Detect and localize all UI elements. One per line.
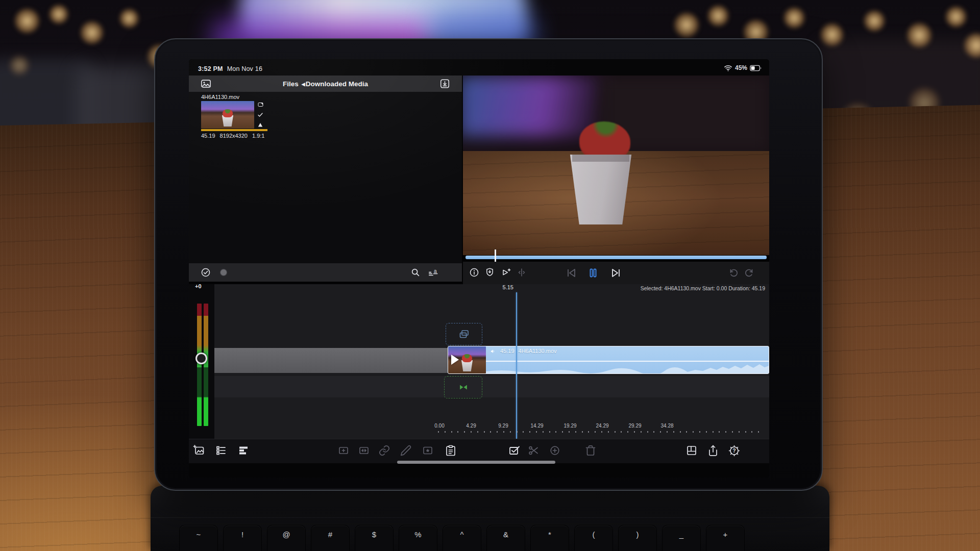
overlay-track-dropzone[interactable] <box>446 323 482 345</box>
ruler-label: 9.29 <box>498 423 508 429</box>
undo-icon[interactable] <box>727 267 739 278</box>
selection-info: Selected: 4H6A1130.mov Start: 0.00 Durat… <box>641 285 765 291</box>
library-panel: 4H6A1130.mov <box>189 92 462 263</box>
bokeh-light <box>48 4 69 24</box>
media-color-tag <box>201 129 267 131</box>
project-manager-icon[interactable] <box>685 444 698 457</box>
key-6[interactable]: ^ <box>443 525 481 551</box>
key-8[interactable]: * <box>531 525 569 551</box>
home-indicator[interactable] <box>397 461 555 464</box>
timeline-playhead[interactable] <box>516 292 517 439</box>
skip-to-start-icon[interactable] <box>565 267 577 279</box>
bokeh-light <box>14 8 40 34</box>
breadcrumb-source: Files <box>283 80 299 88</box>
add-transition-icon[interactable] <box>549 444 561 457</box>
bokeh-light <box>945 6 967 28</box>
help-settings-icon[interactable]: ? <box>728 444 741 457</box>
trim-playhead-icon[interactable] <box>516 267 527 278</box>
bokeh-light <box>783 7 805 29</box>
ruler-tick-dots <box>438 431 765 433</box>
clipboard-icon[interactable] <box>445 444 457 457</box>
effects-star-icon[interactable] <box>422 444 434 457</box>
key-3[interactable]: # <box>311 525 349 551</box>
clock: 3:52 PM <box>198 65 223 72</box>
battery-icon <box>750 65 762 71</box>
trash-icon[interactable] <box>584 444 597 457</box>
bokeh-light <box>906 22 933 48</box>
video-tone-overlay <box>463 76 769 255</box>
skip-to-end-icon[interactable] <box>610 267 622 279</box>
sort-icon[interactable]: a <box>427 267 439 278</box>
add-media-to-timeline-icon[interactable] <box>193 444 205 457</box>
overwrite-clip-icon[interactable] <box>358 444 370 457</box>
svg-text:a: a <box>434 268 437 274</box>
library-header: Files◀Downloaded Media <box>189 76 462 92</box>
bokeh-light <box>119 8 139 29</box>
key-7[interactable]: & <box>487 525 525 551</box>
status-time-date: 3:52 PMMon Nov 16 <box>198 65 262 72</box>
downloaded-checkmark-icon <box>257 112 264 118</box>
meter-bar-left <box>197 304 202 426</box>
audio-track-row[interactable] <box>214 376 769 397</box>
volume-fader-knob[interactable] <box>195 353 207 364</box>
clip-audio-waveform <box>486 361 769 373</box>
overlay-layers-icon <box>457 328 471 340</box>
scissors-split-icon[interactable] <box>527 444 540 457</box>
preview-scrubber[interactable] <box>465 255 767 260</box>
ruler-label: 34.28 <box>660 423 673 429</box>
library-breadcrumb[interactable]: Files◀Downloaded Media <box>189 80 462 88</box>
record-voiceover-icon[interactable] <box>218 267 229 278</box>
audio-track-dropzone[interactable] <box>444 376 482 398</box>
bokeh-light <box>707 5 729 27</box>
back-arrow-icon: ◀ <box>302 82 305 87</box>
scrubber-track[interactable] <box>465 256 767 259</box>
play-from-position-icon[interactable] <box>500 267 512 278</box>
ruler-label: 19.29 <box>564 423 576 429</box>
key-0[interactable]: ) <box>619 525 656 551</box>
track-layout-icon[interactable] <box>237 444 250 457</box>
date: Mon Nov 16 <box>227 65 262 72</box>
ruler-label: 14.29 <box>530 423 543 429</box>
key-5[interactable]: % <box>399 525 437 551</box>
key-1[interactable]: ! <box>224 525 261 551</box>
search-icon[interactable] <box>410 267 421 278</box>
pause-icon[interactable] <box>587 267 599 279</box>
meter-bar-right <box>204 304 208 426</box>
ruler-label: 0.00 <box>434 423 444 429</box>
share-export-icon[interactable] <box>707 444 719 457</box>
timeline-ruler[interactable]: 0.00 4.29 9.29 14.29 19.29 24.29 29.29 3… <box>214 423 769 437</box>
key-9[interactable]: ( <box>575 525 612 551</box>
ruler-label: 29.29 <box>628 423 641 429</box>
key-plus[interactable]: + <box>706 525 744 551</box>
timeline-panel[interactable]: 5.15 Selected: 4H6A1130.mov Start: 0.00 … <box>214 284 769 439</box>
clip-duration: 45.19 <box>500 348 514 354</box>
key-tilde[interactable]: ~ <box>180 525 217 551</box>
media-thumbnail[interactable] <box>201 101 254 129</box>
key-2[interactable]: @ <box>267 525 305 551</box>
media-item[interactable]: 4H6A1130.mov <box>201 94 268 139</box>
media-aspect-ratio: 1.9:1 <box>252 133 264 139</box>
import-media-icon[interactable] <box>439 78 451 89</box>
clip-filename: 4H6A1130.mov <box>519 348 557 354</box>
select-clips-icon[interactable] <box>200 267 211 278</box>
link-clips-icon[interactable] <box>378 444 390 457</box>
media-resolution: 8192x4320 <box>220 133 248 139</box>
shield-download-icon[interactable] <box>484 267 495 278</box>
ruler-label: 24.29 <box>596 423 608 429</box>
timeline-clip[interactable]: 45.19 4H6A1130.mov <box>448 346 769 374</box>
media-metadata: 45.198192x43201.9:1 <box>201 133 268 139</box>
clip-info-icon[interactable] <box>469 267 480 278</box>
insert-clip-icon[interactable] <box>337 444 350 457</box>
bokeh-light <box>820 22 844 47</box>
preview-monitor[interactable] <box>463 76 769 255</box>
redo-icon[interactable] <box>744 267 755 278</box>
edit-pencil-icon[interactable] <box>400 444 412 457</box>
multi-select-icon[interactable] <box>508 444 521 457</box>
key-4[interactable]: $ <box>355 525 393 551</box>
battery-percent: 45% <box>735 64 747 71</box>
clip-detail-list-icon[interactable] <box>215 444 227 457</box>
transport-bar <box>463 262 769 284</box>
key-minus[interactable]: _ <box>663 525 700 551</box>
clip-audio-icon <box>490 348 496 354</box>
breadcrumb-folder: Downloaded Media <box>306 80 368 88</box>
